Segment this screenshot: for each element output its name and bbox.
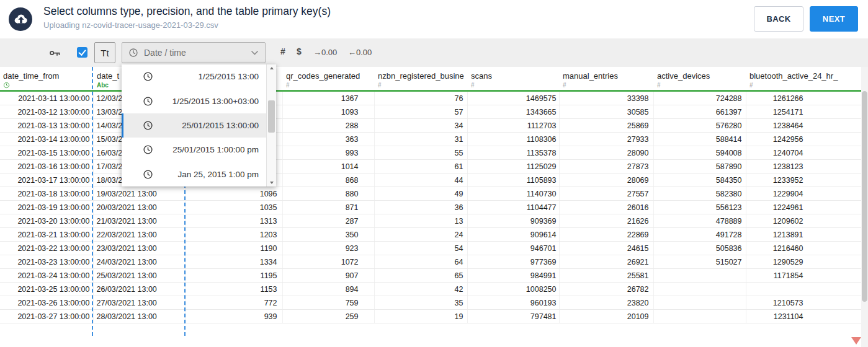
table-cell[interactable]: 1238464 [746, 119, 861, 133]
table-cell[interactable]: 1140730 [467, 187, 559, 201]
table-cell[interactable]: 946701 [467, 242, 559, 255]
table-cell[interactable]: 1367 [282, 91, 374, 105]
precision-increase-button[interactable]: →0.00 [313, 48, 337, 57]
table-cell[interactable]: 584350 [653, 174, 746, 187]
table-cell[interactable]: 1014 [282, 160, 374, 174]
format-option[interactable]: 1/25/2015 13:00+03:00 [122, 89, 267, 113]
table-cell[interactable]: 907 [282, 269, 374, 283]
table-cell[interactable]: 880 [282, 187, 374, 201]
table-cell[interactable]: 2021-03-21 13:00:00 [0, 228, 93, 242]
table-cell[interactable]: 2021-03-25 13:00:00 [0, 283, 93, 296]
table-cell[interactable]: 582380 [653, 187, 746, 201]
table-cell[interactable]: 894 [282, 283, 374, 296]
dropdown-scrollbar-thumb[interactable] [268, 100, 275, 133]
column-header[interactable]: bluetooth_active_24_hr_# [746, 67, 861, 91]
table-cell[interactable]: 23/03/2021 13:00 [93, 242, 186, 255]
table-cell[interactable]: 2021-03-24 13:00:00 [0, 269, 93, 283]
table-cell[interactable]: 1153 [186, 283, 282, 296]
table-cell[interactable]: 1238123 [746, 160, 861, 174]
table-cell[interactable]: 2021-03-12 13:00:00 [0, 105, 93, 119]
table-cell[interactable]: 2021-03-18 13:00:00 [0, 187, 93, 201]
table-cell[interactable]: 1229904 [746, 187, 861, 201]
table-cell[interactable]: 1254171 [746, 105, 861, 119]
table-cell[interactable]: 2021-03-17 13:00:00 [0, 174, 93, 187]
table-cell[interactable]: 33398 [559, 91, 653, 105]
scroll-down-arrow[interactable] [267, 178, 276, 187]
table-cell[interactable]: 1216460 [746, 242, 861, 255]
next-button[interactable]: NEXT [810, 6, 858, 32]
format-option[interactable]: 25/01/2015 1:00:00 pm [122, 138, 267, 162]
table-cell[interactable]: 23820 [559, 296, 653, 310]
precision-decrease-button[interactable]: ←0.00 [348, 48, 372, 57]
vertical-scrollbar[interactable] [861, 67, 868, 347]
table-cell[interactable]: 960193 [467, 296, 559, 310]
table-cell[interactable]: 28/03/2021 13:00 [93, 310, 186, 323]
table-cell[interactable]: 27557 [559, 187, 653, 201]
table-cell[interactable]: 2021-03-27 13:00:00 [0, 310, 93, 323]
table-cell[interactable]: 1125029 [467, 160, 559, 174]
table-cell[interactable]: 515027 [653, 255, 746, 269]
table-cell[interactable]: 1224961 [746, 201, 861, 214]
table-cell[interactable]: 25/03/2021 13:00 [93, 269, 186, 283]
table-cell[interactable]: 2021-03-14 13:00:00 [0, 133, 93, 146]
back-button[interactable]: BACK [754, 6, 803, 32]
table-cell[interactable]: 1108306 [467, 133, 559, 146]
table-cell[interactable]: 2021-03-19 13:00:00 [0, 201, 93, 214]
table-cell[interactable]: 1209602 [746, 214, 861, 228]
table-cell[interactable]: 977369 [467, 255, 559, 269]
table-cell[interactable]: 2021-03-11 13:00:00 [0, 91, 93, 105]
table-cell[interactable]: 27873 [559, 160, 653, 174]
column-header[interactable]: active_devices# [653, 67, 746, 91]
table-cell[interactable]: 25869 [559, 119, 653, 133]
table-cell[interactable]: 797481 [467, 310, 559, 323]
table-cell[interactable]: 1469575 [467, 91, 559, 105]
table-cell[interactable]: 350 [282, 228, 374, 242]
table-cell[interactable]: 772 [186, 296, 282, 310]
table-cell[interactable]: 1290529 [746, 255, 861, 269]
column-header[interactable]: scans# [467, 67, 559, 91]
table-cell[interactable]: 1112703 [467, 119, 559, 133]
table-cell[interactable]: 505836 [653, 242, 746, 255]
table-cell[interactable]: 1343665 [467, 105, 559, 119]
vertical-scrollbar-thumb[interactable] [862, 91, 867, 302]
table-cell[interactable] [746, 283, 861, 296]
column-header[interactable]: qr_codes_generated# [282, 67, 374, 91]
table-cell[interactable]: 49 [374, 187, 467, 201]
table-cell[interactable] [653, 283, 746, 296]
table-cell[interactable]: 35 [374, 296, 467, 310]
table-cell[interactable]: 42 [374, 283, 467, 296]
text-type-button[interactable]: Tt [94, 42, 115, 63]
table-cell[interactable]: 576280 [653, 119, 746, 133]
table-cell[interactable]: 478889 [653, 214, 746, 228]
primary-key-button[interactable] [48, 46, 61, 59]
table-cell[interactable]: 868 [282, 174, 374, 187]
table-cell[interactable]: 491728 [653, 228, 746, 242]
table-cell[interactable]: 2021-03-15 13:00:00 [0, 146, 93, 160]
table-cell[interactable]: 2021-03-26 13:00:00 [0, 296, 93, 310]
table-cell[interactable]: 24/03/2021 13:00 [93, 255, 186, 269]
table-cell[interactable]: 34 [374, 119, 467, 133]
number-type-button[interactable]: # [280, 46, 285, 56]
table-cell[interactable]: 26782 [559, 283, 653, 296]
table-cell[interactable]: 1096 [186, 187, 282, 201]
table-cell[interactable]: 661397 [653, 105, 746, 119]
table-cell[interactable]: 2021-03-13 13:00:00 [0, 119, 93, 133]
table-cell[interactable]: 1203 [186, 228, 282, 242]
table-cell[interactable]: 26016 [559, 201, 653, 214]
table-cell[interactable]: 909614 [467, 228, 559, 242]
table-cell[interactable]: 2021-03-16 13:00:00 [0, 160, 93, 174]
table-cell[interactable]: 724288 [653, 91, 746, 105]
table-cell[interactable]: 57 [374, 105, 467, 119]
table-cell[interactable]: 61 [374, 160, 467, 174]
table-cell[interactable]: 923 [282, 242, 374, 255]
table-cell[interactable]: 1171854 [746, 269, 861, 283]
table-cell[interactable]: 939 [186, 310, 282, 323]
table-cell[interactable]: 36 [374, 201, 467, 214]
table-cell[interactable]: 55 [374, 146, 467, 160]
table-cell[interactable]: 1210573 [746, 296, 861, 310]
table-cell[interactable]: 30585 [559, 105, 653, 119]
table-cell[interactable]: 759 [282, 296, 374, 310]
table-cell[interactable]: 1135378 [467, 146, 559, 160]
table-cell[interactable]: 27/03/2021 13:00 [93, 296, 186, 310]
table-cell[interactable]: 1008250 [467, 283, 559, 296]
